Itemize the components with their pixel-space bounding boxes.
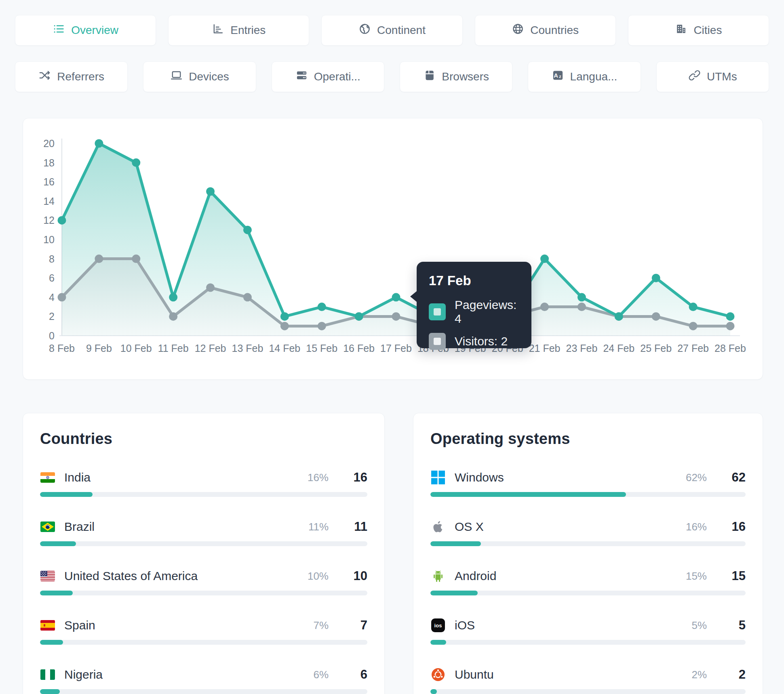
tab-countries[interactable]: Countries	[475, 15, 616, 46]
tab-label: UTMs	[707, 70, 737, 83]
pageviews-point[interactable]	[169, 293, 177, 301]
item-name: OS X	[455, 520, 484, 534]
tab-label: Referrers	[57, 70, 104, 83]
tooltip-row-label: Visitors: 2	[455, 334, 508, 348]
visitors-point[interactable]	[132, 254, 140, 263]
item-name: India	[64, 471, 91, 484]
item-progress-fill	[430, 492, 626, 497]
item-percent: 15%	[686, 570, 707, 583]
ios-logo-icon: ios	[430, 619, 446, 631]
tab-browsers[interactable]: Browsers	[400, 61, 512, 92]
us-flag-icon	[40, 570, 55, 582]
countries-panel: Countries India 16% 16 Brazil 11% 11	[23, 413, 385, 694]
visitors-point[interactable]	[392, 312, 400, 321]
pageviews-point[interactable]	[540, 254, 549, 263]
x-tick-label: 8 Feb	[49, 343, 75, 354]
list-item-os-x[interactable]: OS X 16% 16	[430, 519, 746, 546]
list-item-android[interactable]: Android 15% 15	[430, 569, 746, 595]
item-progress-fill	[40, 689, 60, 694]
shuffle-icon	[38, 69, 51, 84]
y-tick-label: 10	[43, 234, 55, 245]
item-count: 62	[721, 470, 746, 485]
visitors-point[interactable]	[540, 303, 549, 311]
tab-devices[interactable]: Devices	[143, 61, 256, 92]
list-item-ubuntu[interactable]: Ubuntu 2% 2	[430, 667, 746, 694]
osx-logo-icon	[430, 521, 446, 533]
x-tick-label: 27 Feb	[677, 343, 709, 354]
tab-label: Cities	[693, 24, 722, 37]
item-count: 16	[342, 470, 367, 485]
pageviews-point[interactable]	[243, 226, 252, 234]
traffic-line-chart[interactable]: 024681012141618208 Feb9 Feb10 Feb11 Feb1…	[23, 118, 763, 380]
tooltip-row-label: Pageviews: 4	[455, 298, 519, 326]
tooltip-row: Pageviews: 4	[429, 298, 519, 326]
x-tick-label: 14 Feb	[269, 343, 300, 354]
item-progress-track	[430, 591, 746, 595]
pageviews-point[interactable]	[318, 303, 326, 311]
pageviews-point[interactable]	[577, 293, 586, 301]
tab-entries[interactable]: Entries	[168, 15, 309, 46]
tab-label: Overview	[71, 24, 118, 37]
y-tick-label: 0	[49, 330, 55, 341]
visitors-point[interactable]	[652, 312, 660, 321]
pageviews-point[interactable]	[652, 274, 660, 282]
tab-utms[interactable]: UTMs	[656, 61, 769, 92]
visitors-point[interactable]	[206, 284, 215, 292]
y-tick-label: 20	[43, 138, 55, 149]
pageviews-point[interactable]	[132, 158, 140, 167]
language-icon: Az	[552, 69, 564, 84]
visitors-point[interactable]	[318, 322, 326, 330]
item-progress-track	[40, 541, 367, 546]
visitors-point[interactable]	[577, 303, 586, 311]
list-item-windows[interactable]: Windows 62% 62	[430, 470, 746, 497]
link-icon	[688, 69, 701, 84]
pageviews-point[interactable]	[726, 312, 735, 321]
visitors-point[interactable]	[726, 322, 735, 330]
traffic-chart-card: 024681012141618208 Feb9 Feb10 Feb11 Feb1…	[23, 118, 763, 380]
os-panel-title: Operating systems	[430, 430, 746, 448]
tab-operati[interactable]: Operati...	[272, 61, 384, 92]
bar-chart-icon	[212, 23, 224, 38]
visitors-point[interactable]	[280, 322, 289, 330]
x-tick-label: 12 Feb	[195, 343, 226, 354]
item-name: United States of America	[64, 569, 198, 583]
pageviews-point[interactable]	[206, 187, 215, 196]
pageviews-point[interactable]	[58, 216, 66, 225]
tab-overview[interactable]: Overview	[15, 15, 156, 46]
visitors-point[interactable]	[58, 293, 66, 301]
visitors-point[interactable]	[689, 322, 698, 330]
tab-langua[interactable]: AzLangua...	[528, 61, 641, 92]
y-tick-label: 6	[49, 272, 55, 284]
pageviews-point[interactable]	[95, 139, 103, 148]
item-name: Android	[455, 569, 496, 583]
pageviews-point[interactable]	[280, 312, 289, 321]
x-tick-label: 10 Feb	[120, 343, 152, 354]
list-item-spain[interactable]: Spain 7% 7	[40, 618, 367, 645]
pageviews-point[interactable]	[615, 312, 623, 321]
svg-text:z: z	[559, 74, 561, 79]
x-tick-label: 25 Feb	[640, 343, 672, 354]
pageviews-point[interactable]	[392, 293, 400, 301]
item-progress-fill	[430, 541, 481, 546]
visitors-point[interactable]	[95, 254, 103, 263]
y-tick-label: 12	[43, 215, 55, 226]
x-tick-label: 9 Feb	[86, 343, 112, 354]
list-item-ios[interactable]: ios iOS 5% 5	[430, 618, 746, 645]
tab-cities[interactable]: Cities	[628, 15, 769, 46]
list-item-india[interactable]: India 16% 16	[40, 470, 367, 497]
list-item-united-states-of-america[interactable]: United States of America 10% 10	[40, 569, 367, 595]
pageviews-point[interactable]	[355, 312, 363, 321]
operating-systems-panel: Operating systems Windows 62% 62 OS X 16…	[413, 413, 763, 694]
list-item-brazil[interactable]: Brazil 11% 11	[40, 519, 367, 546]
item-name: Windows	[455, 471, 504, 484]
list-item-nigeria[interactable]: Nigeria 6% 6	[40, 667, 367, 694]
pageviews-point[interactable]	[689, 303, 698, 311]
view-tabs-row-2: ReferrersDevicesOperati...BrowsersAzLang…	[15, 61, 769, 92]
tab-referrers[interactable]: Referrers	[15, 61, 128, 92]
item-percent: 5%	[691, 619, 707, 632]
item-progress-fill	[40, 492, 93, 497]
ng-flag-icon	[40, 669, 55, 681]
visitors-point[interactable]	[169, 312, 177, 321]
visitors-point[interactable]	[243, 293, 252, 301]
tab-continent[interactable]: Continent	[321, 15, 462, 46]
